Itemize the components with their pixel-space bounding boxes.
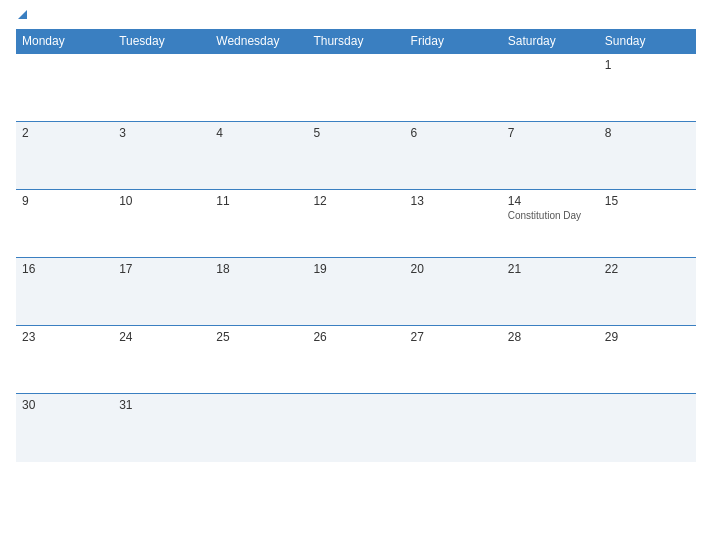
- day-number: 21: [508, 262, 593, 276]
- calendar-cell: 30: [16, 394, 113, 462]
- calendar-cell: 17: [113, 258, 210, 326]
- calendar-cell: 5: [307, 122, 404, 190]
- calendar-cell: 1: [599, 54, 696, 122]
- day-number: 29: [605, 330, 690, 344]
- day-number: 2: [22, 126, 107, 140]
- day-number: 6: [411, 126, 496, 140]
- day-number: 13: [411, 194, 496, 208]
- calendar-cell: 16: [16, 258, 113, 326]
- calendar-cell: 6: [405, 122, 502, 190]
- weekday-header-wednesday: Wednesday: [210, 29, 307, 54]
- calendar-cell: [113, 54, 210, 122]
- day-number: 20: [411, 262, 496, 276]
- calendar-cell: 22: [599, 258, 696, 326]
- weekday-header-tuesday: Tuesday: [113, 29, 210, 54]
- day-number: 11: [216, 194, 301, 208]
- day-number: 15: [605, 194, 690, 208]
- calendar-cell: 13: [405, 190, 502, 258]
- event-label: Constitution Day: [508, 210, 593, 221]
- calendar-cell: [210, 54, 307, 122]
- day-number: 9: [22, 194, 107, 208]
- calendar-cell: [599, 394, 696, 462]
- day-number: 25: [216, 330, 301, 344]
- day-number: 26: [313, 330, 398, 344]
- calendar-cell: 27: [405, 326, 502, 394]
- day-number: 18: [216, 262, 301, 276]
- week-row-6: 3031: [16, 394, 696, 462]
- logo-triangle-icon: [18, 10, 27, 19]
- calendar-cell: 21: [502, 258, 599, 326]
- day-number: 24: [119, 330, 204, 344]
- calendar-cell: 26: [307, 326, 404, 394]
- calendar-cell: 20: [405, 258, 502, 326]
- weekday-header-monday: Monday: [16, 29, 113, 54]
- calendar-cell: [16, 54, 113, 122]
- calendar-cell: 15: [599, 190, 696, 258]
- calendar-cell: 4: [210, 122, 307, 190]
- calendar-cell: [405, 394, 502, 462]
- calendar-cell: [307, 394, 404, 462]
- calendar-cell: 18: [210, 258, 307, 326]
- week-row-4: 16171819202122: [16, 258, 696, 326]
- calendar-cell: 23: [16, 326, 113, 394]
- day-number: 3: [119, 126, 204, 140]
- calendar-cell: [210, 394, 307, 462]
- day-number: 1: [605, 58, 690, 72]
- calendar-cell: 7: [502, 122, 599, 190]
- calendar-cell: 14Constitution Day: [502, 190, 599, 258]
- weekday-header-row: MondayTuesdayWednesdayThursdayFridaySatu…: [16, 29, 696, 54]
- week-row-2: 2345678: [16, 122, 696, 190]
- week-row-5: 23242526272829: [16, 326, 696, 394]
- weekday-header-thursday: Thursday: [307, 29, 404, 54]
- day-number: 23: [22, 330, 107, 344]
- calendar-cell: 8: [599, 122, 696, 190]
- weekday-header-sunday: Sunday: [599, 29, 696, 54]
- calendar-cell: 11: [210, 190, 307, 258]
- calendar-cell: 12: [307, 190, 404, 258]
- calendar-cell: [502, 394, 599, 462]
- calendar-cell: 24: [113, 326, 210, 394]
- calendar-cell: 28: [502, 326, 599, 394]
- week-row-1: 1: [16, 54, 696, 122]
- calendar-cell: 19: [307, 258, 404, 326]
- calendar-cell: [405, 54, 502, 122]
- day-number: 7: [508, 126, 593, 140]
- day-number: 16: [22, 262, 107, 276]
- calendar-cell: 31: [113, 394, 210, 462]
- calendar-cell: 3: [113, 122, 210, 190]
- day-number: 27: [411, 330, 496, 344]
- weekday-header-friday: Friday: [405, 29, 502, 54]
- day-number: 22: [605, 262, 690, 276]
- day-number: 5: [313, 126, 398, 140]
- header: [16, 10, 696, 21]
- calendar-page: MondayTuesdayWednesdayThursdayFridaySatu…: [0, 0, 712, 550]
- day-number: 8: [605, 126, 690, 140]
- calendar-table: MondayTuesdayWednesdayThursdayFridaySatu…: [16, 29, 696, 462]
- calendar-cell: 29: [599, 326, 696, 394]
- day-number: 4: [216, 126, 301, 140]
- week-row-3: 91011121314Constitution Day15: [16, 190, 696, 258]
- calendar-cell: [502, 54, 599, 122]
- day-number: 10: [119, 194, 204, 208]
- logo: [16, 10, 27, 21]
- calendar-cell: 2: [16, 122, 113, 190]
- calendar-cell: 25: [210, 326, 307, 394]
- day-number: 28: [508, 330, 593, 344]
- calendar-cell: [307, 54, 404, 122]
- day-number: 12: [313, 194, 398, 208]
- day-number: 19: [313, 262, 398, 276]
- day-number: 14: [508, 194, 593, 208]
- calendar-cell: 9: [16, 190, 113, 258]
- calendar-cell: 10: [113, 190, 210, 258]
- day-number: 31: [119, 398, 204, 412]
- day-number: 17: [119, 262, 204, 276]
- day-number: 30: [22, 398, 107, 412]
- weekday-header-saturday: Saturday: [502, 29, 599, 54]
